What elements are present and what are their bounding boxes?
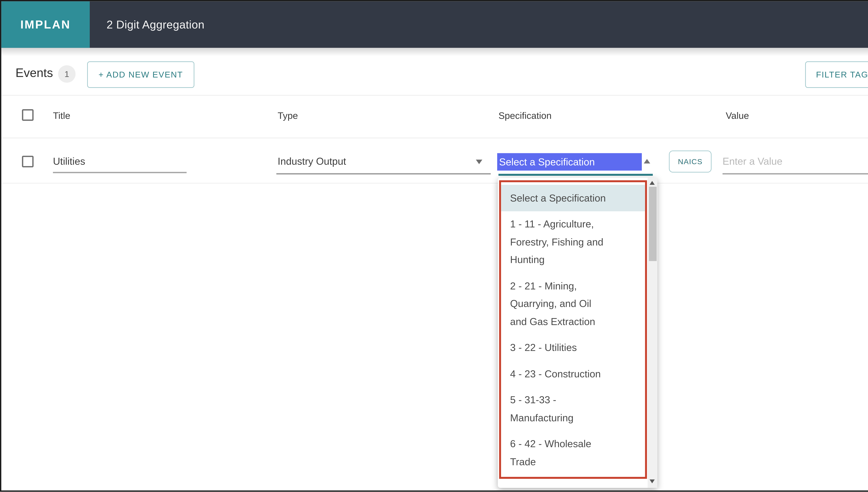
column-header-type: Type [278,110,298,121]
column-header-value: Value [726,110,749,121]
scrollbar-thumb[interactable] [649,187,656,261]
type-select-underline [277,173,491,174]
menu-item-manufacturing[interactable]: 5 - 31-33 - Manufacturing [501,387,645,431]
add-new-event-button[interactable]: + ADD NEW EVENT [87,61,194,88]
menu-item-select-a-specification[interactable]: Select a Specification [501,185,645,211]
events-count-badge: 1 [58,65,76,83]
chevron-down-icon[interactable] [476,159,482,164]
header-bar: IMPLAN 2 Digit Aggregation RE [1,1,868,48]
specification-option-list: Select a Specification 1 - 11 - Agricult… [501,182,645,475]
header-shadow [1,48,868,56]
divider [1,95,868,96]
menu-item-wholesale-trade[interactable]: 6 - 42 - Wholesale Trade [501,431,645,475]
filter-tags-button[interactable]: FILTER TAGS [805,61,868,88]
event-specification-select[interactable]: Select a Specification [497,153,642,170]
specification-dropdown-menu: Select a Specification 1 - 11 - Agricult… [498,178,657,488]
divider [1,183,868,183]
select-all-checkbox[interactable] [22,109,33,121]
column-header-title: Title [53,110,70,121]
app-window: IMPLAN 2 Digit Aggregation RE Events 1 +… [0,0,868,492]
page-title: 2 Digit Aggregation [107,1,205,48]
column-header-specification: Specification [498,110,552,121]
menu-item-utilities[interactable]: 3 - 22 - Utilities [501,335,645,361]
specification-select-underline-focused [498,174,653,176]
event-type-select[interactable]: Industry Output [278,156,346,167]
divider [1,138,868,138]
scroll-up-icon[interactable] [650,181,655,185]
value-input-underline [722,173,868,174]
events-heading: Events [16,66,53,80]
event-title-input[interactable]: Utilities [53,156,85,167]
title-input-underline [53,172,187,173]
dropdown-highlight-border: Select a Specification 1 - 11 - Agricult… [499,180,647,479]
scroll-down-icon[interactable] [650,479,655,483]
implan-logo[interactable]: IMPLAN [1,1,90,48]
menu-item-agriculture[interactable]: 1 - 11 - Agriculture, Forestry, Fishing … [501,211,645,273]
dropdown-scrollbar[interactable] [648,178,657,488]
chevron-up-icon[interactable] [644,159,650,164]
menu-item-mining[interactable]: 2 - 21 - Mining, Quarrying, and Oil and … [501,273,645,335]
value-input[interactable]: Enter a Value [722,156,782,167]
row-checkbox[interactable] [22,156,33,167]
filter-tags-label: FILTER TAGS [816,70,868,79]
menu-item-construction[interactable]: 4 - 23 - Construction [501,361,645,387]
naics-button[interactable]: NAICS [669,151,711,173]
